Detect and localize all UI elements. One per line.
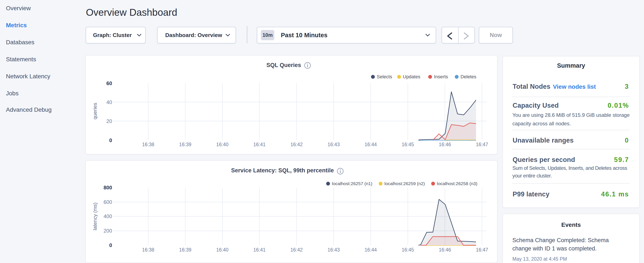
svg-text:16:41: 16:41 <box>254 142 266 147</box>
svg-text:16:40: 16:40 <box>216 247 228 252</box>
svg-text:16:44: 16:44 <box>365 247 377 252</box>
svg-text:16:43: 16:43 <box>328 247 340 252</box>
svg-text:16:39: 16:39 <box>179 142 192 147</box>
svg-text:400: 400 <box>104 213 112 219</box>
svg-text:16:41: 16:41 <box>254 247 266 252</box>
svg-text:20: 20 <box>106 118 112 124</box>
svg-text:16:38: 16:38 <box>142 142 154 147</box>
svg-text:600: 600 <box>104 199 112 205</box>
svg-text:16:43: 16:43 <box>328 142 340 147</box>
svg-text:16:47: 16:47 <box>476 247 488 252</box>
svg-text:queries: queries <box>92 103 98 120</box>
svg-text:200: 200 <box>104 228 112 234</box>
svg-text:16:40: 16:40 <box>216 142 228 147</box>
svg-text:16:46: 16:46 <box>439 142 451 147</box>
svg-text:0: 0 <box>109 137 112 143</box>
svg-text:16:44: 16:44 <box>365 142 377 147</box>
svg-text:800: 800 <box>104 185 112 190</box>
svg-text:40: 40 <box>106 99 112 105</box>
svg-text:0: 0 <box>109 242 112 248</box>
svg-text:16:42: 16:42 <box>290 142 303 147</box>
svg-text:16:42: 16:42 <box>290 247 303 252</box>
svg-text:16:47: 16:47 <box>476 142 488 147</box>
svg-text:16:45: 16:45 <box>402 247 414 252</box>
svg-text:16:45: 16:45 <box>402 142 414 147</box>
svg-text:60: 60 <box>106 80 112 86</box>
svg-text:16:46: 16:46 <box>439 247 451 252</box>
svg-text:latency (ms): latency (ms) <box>92 203 98 230</box>
svg-text:16:39: 16:39 <box>179 247 192 252</box>
svg-text:16:38: 16:38 <box>142 247 154 252</box>
